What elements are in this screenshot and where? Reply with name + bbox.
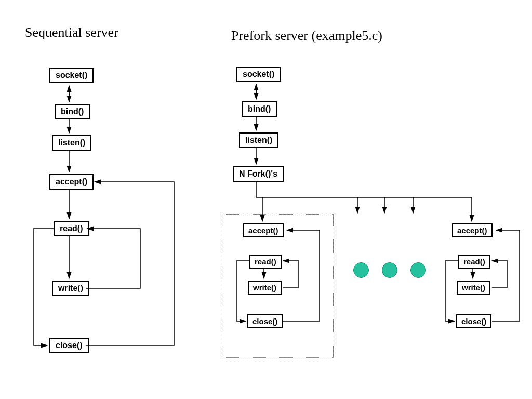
seq-read: read() bbox=[54, 221, 89, 236]
pre-read-n: read() bbox=[458, 255, 490, 269]
pre-read-1: read() bbox=[249, 255, 282, 269]
pre-close-n: close() bbox=[456, 314, 491, 328]
pre-bind: bind() bbox=[242, 101, 277, 117]
ellipsis-dot bbox=[410, 262, 426, 278]
seq-write: write() bbox=[52, 281, 89, 296]
title-prefork: Prefork server (example5.c) bbox=[231, 28, 382, 44]
ellipsis-dot bbox=[353, 262, 369, 278]
seq-listen: listen() bbox=[52, 135, 91, 151]
pre-socket: socket() bbox=[236, 66, 281, 82]
title-sequential: Sequential server bbox=[25, 25, 118, 41]
pre-listen: listen() bbox=[239, 132, 278, 148]
pre-accept-1: accept() bbox=[243, 223, 284, 237]
ellipsis-dot bbox=[382, 262, 397, 278]
pre-write-1: write() bbox=[248, 281, 282, 295]
seq-bind: bind() bbox=[55, 104, 90, 119]
seq-accept: accept() bbox=[49, 174, 94, 190]
pre-accept-n: accept() bbox=[452, 223, 493, 237]
pre-write-n: write() bbox=[457, 281, 490, 295]
pre-close-1: close() bbox=[247, 314, 283, 328]
seq-socket: socket() bbox=[49, 68, 94, 83]
seq-close: close() bbox=[49, 338, 89, 353]
pre-nfork: N Fork()'s bbox=[233, 166, 284, 182]
